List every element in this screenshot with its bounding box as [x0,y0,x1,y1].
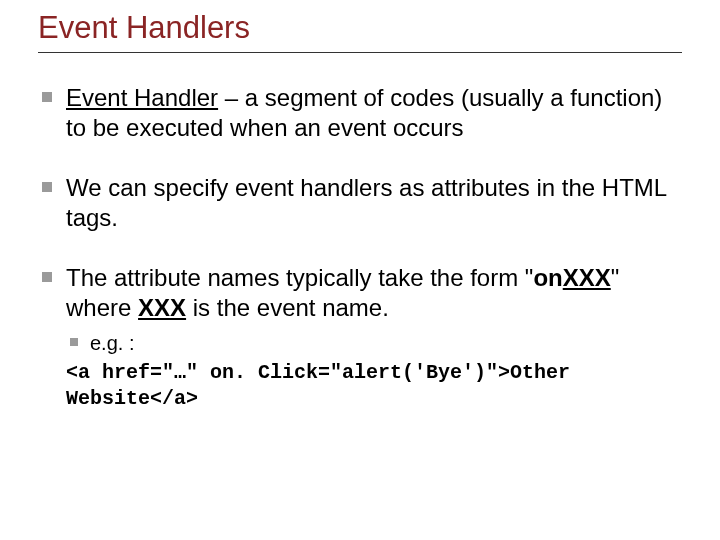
bullet-3-xxx1: XXX [563,264,611,291]
bullet-list: Event Handler – a segment of codes (usua… [38,83,682,412]
bullet-3-pre: The attribute names typically take the f… [66,264,533,291]
bullet-3: The attribute names typically take the f… [38,263,682,412]
bullet-3-on: on [533,264,562,291]
bullet-3-xxx2: XXX [138,294,186,321]
slide-title: Event Handlers [38,10,682,53]
sub-list: e.g. : <a href="…" on. Click="alert('Bye… [66,331,682,412]
bullet-3-post: is the event name. [186,294,389,321]
sub-eg: e.g. : [66,331,682,356]
sub-code: <a href="…" on. Click="alert('Bye')">Oth… [66,360,682,412]
slide: Event Handlers Event Handler – a segment… [0,0,720,540]
bullet-1-term: Event Handler [66,84,218,111]
bullet-1: Event Handler – a segment of codes (usua… [38,83,682,143]
bullet-2: We can specify event handlers as attribu… [38,173,682,233]
